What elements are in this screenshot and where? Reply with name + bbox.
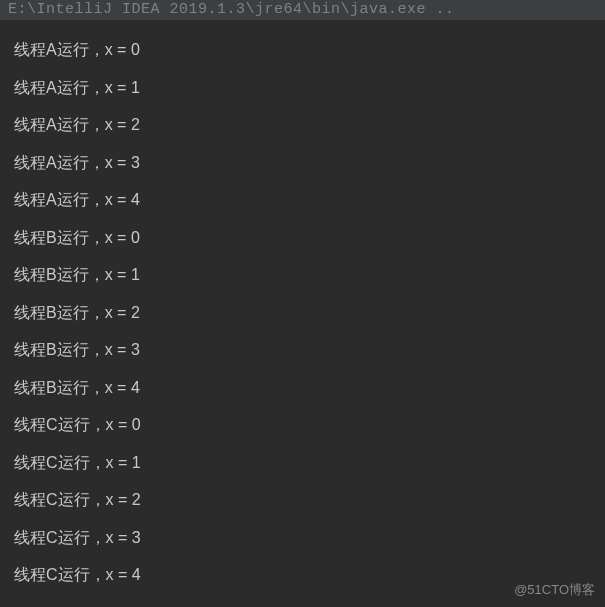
watermark-text: @51CTO博客 <box>514 582 595 597</box>
output-line: 线程C运行，x = 1 <box>14 444 605 482</box>
output-line: 线程B运行，x = 1 <box>14 256 605 294</box>
output-line: 线程B运行，x = 0 <box>14 219 605 257</box>
execution-header: E:\IntelliJ IDEA 2019.1.3\jre64\bin\java… <box>0 0 605 20</box>
java-executable-path: E:\IntelliJ IDEA 2019.1.3\jre64\bin\java… <box>8 1 455 18</box>
output-line: 线程B运行，x = 4 <box>14 369 605 407</box>
output-line: 线程C运行，x = 2 <box>14 481 605 519</box>
output-line: 线程C运行，x = 3 <box>14 519 605 557</box>
output-line: 线程B运行，x = 2 <box>14 294 605 332</box>
output-line: 线程A运行，x = 0 <box>14 31 605 69</box>
output-line: 线程A运行，x = 2 <box>14 106 605 144</box>
output-line: 线程A运行，x = 4 <box>14 181 605 219</box>
output-line: 线程A运行，x = 1 <box>14 69 605 107</box>
output-line: 线程C运行，x = 0 <box>14 406 605 444</box>
console-output-panel: 线程A运行，x = 0 线程A运行，x = 1 线程A运行，x = 2 线程A运… <box>0 20 605 594</box>
watermark: @51CTO博客 <box>514 581 595 599</box>
output-line: 线程B运行，x = 3 <box>14 331 605 369</box>
output-line: 线程A运行，x = 3 <box>14 144 605 182</box>
